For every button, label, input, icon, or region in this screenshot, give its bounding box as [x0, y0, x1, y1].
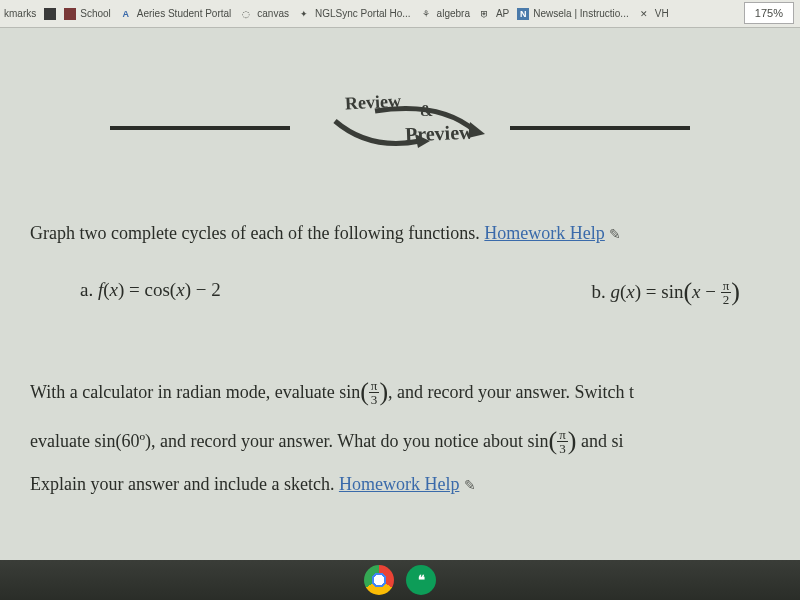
review-preview-graphic: Review & Preview: [290, 98, 510, 158]
eq-a-label: a.: [80, 279, 98, 300]
p2-frac2: π3: [557, 428, 568, 455]
equation-a: a. f(x) = cos(x) − 2: [80, 279, 221, 309]
bookmark-label: Aeries Student Portal: [137, 8, 232, 19]
frac-num: π: [721, 279, 732, 293]
p2-part2: , and record your answer. Switch t: [388, 381, 634, 401]
problem-2-text: With a calculator in radian mode, evalua…: [30, 369, 770, 502]
eq-b-fn: g: [610, 281, 620, 302]
eq-a-fn: f: [98, 279, 103, 300]
bookmark-item-aeries[interactable]: A Aeries Student Portal: [119, 7, 232, 21]
aeries-icon: A: [119, 7, 133, 21]
header-word-and: &: [420, 102, 433, 120]
bookmark-label: NGLSync Portal Ho...: [315, 8, 411, 19]
bookmark-item-school[interactable]: School: [64, 8, 111, 20]
bookmark-label: VH: [655, 8, 669, 19]
bookmark-label: Newsela | Instructio...: [533, 8, 628, 19]
bookmark-item-ap[interactable]: ⛨ AP: [478, 7, 509, 21]
problem-1-intro: Graph two complete cycles of each of the…: [30, 223, 484, 243]
bookmark-label: AP: [496, 8, 509, 19]
bookmark-label: canvas: [257, 8, 289, 19]
p2-part3: evaluate sin(60º), and record your answe…: [30, 431, 549, 451]
nglsync-icon: ✦: [297, 7, 311, 21]
taskbar: ❝: [0, 560, 800, 600]
canvas-icon: ◌: [239, 7, 253, 21]
newsela-icon: N: [517, 8, 529, 20]
chrome-icon[interactable]: [364, 565, 394, 595]
bookmarks-label: kmarks: [4, 8, 36, 19]
eq-a-cos: cos: [145, 279, 170, 300]
bookmark-icon: [44, 8, 56, 20]
eq-a-var: x: [110, 279, 118, 300]
frac-den: 2: [721, 293, 732, 306]
review-preview-header: Review & Preview: [30, 98, 770, 158]
vh-icon: ✕: [637, 7, 651, 21]
frac-den: 3: [369, 393, 380, 406]
bookmark-item-nglsync[interactable]: ✦ NGLSync Portal Ho...: [297, 7, 411, 21]
frac-num: π: [369, 379, 380, 393]
p2-part1: With a calculator in radian mode, evalua…: [30, 381, 360, 401]
bookmark-item-canvas[interactable]: ◌ canvas: [239, 7, 289, 21]
bookmark-label: algebra: [437, 8, 470, 19]
bookmark-item[interactable]: [44, 8, 56, 20]
header-rule-right: [510, 126, 690, 130]
hangouts-icon[interactable]: ❝: [406, 565, 436, 595]
eq-b-var2: x: [692, 281, 700, 302]
algebra-icon: ⚘: [419, 7, 433, 21]
equation-b: b. g(x) = sin(x − π2): [591, 279, 740, 309]
header-rule-left: [110, 126, 290, 130]
bookmark-icon: [64, 8, 76, 20]
bookmark-item-newsela[interactable]: N Newsela | Instructio...: [517, 8, 628, 20]
zoom-indicator[interactable]: 175%: [744, 2, 794, 24]
bookmark-item-vh[interactable]: ✕ VH: [637, 7, 669, 21]
homework-help-link[interactable]: Homework Help: [484, 223, 604, 243]
pencil-icon: ✎: [609, 227, 621, 242]
bookmark-item-algebra[interactable]: ⚘ algebra: [419, 7, 470, 21]
hangouts-glyph: ❝: [418, 572, 425, 588]
eq-a-var2: x: [176, 279, 184, 300]
eq-a-tail: − 2: [191, 279, 221, 300]
eq-b-var: x: [626, 281, 634, 302]
header-word-preview: Preview: [405, 121, 474, 146]
pencil-icon: ✎: [464, 478, 476, 493]
eq-b-label: b.: [591, 281, 610, 302]
homework-help-link[interactable]: Homework Help: [339, 474, 459, 494]
problem-1-text: Graph two complete cycles of each of the…: [30, 218, 770, 249]
p2-part5: Explain your answer and include a sketch…: [30, 474, 339, 494]
p2-part4: and si: [577, 431, 624, 451]
page-content: Review & Preview Graph two complete cycl…: [0, 28, 800, 560]
eq-b-fraction: π2: [721, 279, 732, 306]
p2-frac1: π3: [369, 379, 380, 406]
zoom-value: 175%: [755, 7, 783, 19]
equations-row: a. f(x) = cos(x) − 2 b. g(x) = sin(x − π…: [30, 279, 770, 309]
eq-b-sin: sin: [661, 281, 683, 302]
ap-icon: ⛨: [478, 7, 492, 21]
browser-toolbar: kmarks School A Aeries Student Portal ◌ …: [0, 0, 800, 28]
bookmark-label: School: [80, 8, 111, 19]
frac-den: 3: [557, 442, 568, 455]
header-word-review: Review: [344, 91, 401, 115]
frac-num: π: [557, 428, 568, 442]
